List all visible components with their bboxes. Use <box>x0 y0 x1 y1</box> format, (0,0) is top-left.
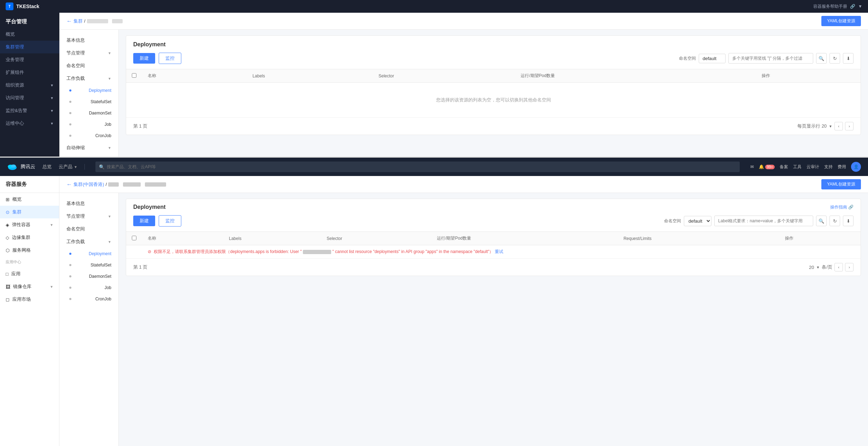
bottom-page-size-value: 20 <box>809 265 814 270</box>
bottom-download-button[interactable]: ⬇ <box>843 216 854 226</box>
col-actions: 操作 <box>756 69 861 83</box>
notification-icon[interactable]: 🔔 <box>759 164 764 169</box>
nav-job[interactable]: Job <box>59 119 118 130</box>
refresh-button[interactable]: ↻ <box>829 53 840 64</box>
bottom-nav-statefulset[interactable]: StatefulSet <box>59 259 118 271</box>
bottom-search-button[interactable]: 🔍 <box>816 216 827 226</box>
sidebar-item-overview[interactable]: 概览 <box>0 28 59 41</box>
sidebar-item-access[interactable]: 访问管理 ▼ <box>0 92 59 104</box>
nav-workload[interactable]: 工作负载 ▼ <box>59 72 118 85</box>
bottom-next-button[interactable]: › <box>845 263 854 271</box>
bottom-nav-elastic[interactable]: ◈ 弹性容器 ▼ <box>0 218 59 231</box>
help-link[interactable]: 容器服务帮助手册 <box>813 4 847 10</box>
nav-overview[interactable]: 总览 <box>42 164 52 170</box>
nav-statefulset[interactable]: StatefulSet <box>59 96 118 107</box>
topbar-search-input[interactable] <box>107 164 736 169</box>
sidebar-item-extensions[interactable]: 扩展组件 <box>0 66 59 79</box>
nav-support[interactable]: 支持 <box>824 164 833 170</box>
chevron-down-icon7: ▼ <box>108 240 111 244</box>
page-size-arrow2[interactable]: ▼ <box>816 265 820 269</box>
bottom-page-size-unit: 条/页 <box>822 264 832 270</box>
nav-deployment[interactable]: Deployment <box>59 85 118 96</box>
bottom-nav-daemonset[interactable]: DaemonSet <box>59 271 118 282</box>
dropdown-arrow[interactable]: ▼ <box>858 4 862 9</box>
back-arrow-icon[interactable]: ← <box>66 18 72 24</box>
chevron-down-icon: ▼ <box>50 96 54 100</box>
sidebar-item-cluster[interactable]: 集群管理 <box>0 41 59 53</box>
nav-audit[interactable]: 云审计 <box>807 164 819 170</box>
bottom-monitor-button[interactable]: 监控 <box>159 215 181 227</box>
bottom-new-button[interactable]: 新建 <box>133 216 155 226</box>
bottom-nav-deployment[interactable]: Deployment <box>59 248 118 259</box>
help-icon[interactable]: 🔗 <box>850 4 855 9</box>
yaml-create-button[interactable]: YAML创建资源 <box>821 16 861 26</box>
cluster-link2[interactable]: 集群(中国香港) <box>74 181 104 188</box>
bottom-namespace-selector: 命名空间 default 🔍 ↻ ⬇ <box>664 216 854 226</box>
error-message-end: " cannot list resource "deployments" in … <box>332 249 493 254</box>
nav-daemonset[interactable]: DaemonSet <box>59 107 118 119</box>
bottom-nav-edge[interactable]: ◇ 边缘集群 <box>0 231 59 244</box>
cluster-id-1 <box>108 182 119 187</box>
nav-node-mgmt[interactable]: 节点管理 ▼ <box>59 47 118 59</box>
nav-cronjob[interactable]: CronJob <box>59 130 118 141</box>
bottom-nav-image[interactable]: 🖼 镜像仓库 ▼ <box>0 280 59 293</box>
search-input[interactable] <box>728 53 813 64</box>
download-button[interactable]: ⬇ <box>843 53 854 64</box>
retry-link[interactable]: 重试 <box>495 249 503 254</box>
main-content-area: Deployment 新建 监控 命名空间 default <box>119 30 868 157</box>
bottom-page-size: 20 ▼ 条/页 ‹ › <box>809 263 854 271</box>
bottom-nav-mesh[interactable]: ⬡ 服务网格 <box>0 244 59 257</box>
next-page-button[interactable]: › <box>845 122 854 130</box>
nav-backup[interactable]: 备案 <box>780 164 788 170</box>
bottom-nav-node[interactable]: 节点管理 ▼ <box>59 210 118 223</box>
nav-tools[interactable]: 工具 <box>793 164 802 170</box>
sidebar-item-ops[interactable]: 运维中心 ▼ <box>0 117 59 130</box>
container-service-sidebar: 容器服务 ⊞ 概览 ⊙ 集群 ◈ 弹性容器 ▼ ◇ 边缘集群 ⬡ 服务网格 <box>0 176 59 446</box>
bottom-nav-market[interactable]: ◻ 应用市场 <box>0 293 59 306</box>
bottom-search-input[interactable] <box>714 216 813 226</box>
new-button[interactable]: 新建 <box>133 53 155 64</box>
user-avatar[interactable]: 👤 <box>851 162 861 172</box>
bottom-nav-basic-info[interactable]: 基本信息 <box>59 197 118 210</box>
bottom-namespace-select[interactable]: default <box>684 216 711 226</box>
nav-cost[interactable]: 费用 <box>838 164 846 170</box>
bottom-nav-overview[interactable]: ⊞ 概览 <box>0 193 59 206</box>
elastic-icon: ◈ <box>6 222 9 228</box>
sub-name <box>112 19 123 23</box>
col-name: 名称 <box>142 69 247 83</box>
sidebar-item-monitor[interactable]: 监控&告警 ▼ <box>0 104 59 117</box>
sidebar-item-business[interactable]: 业务管理 <box>0 53 59 66</box>
bottom-nav-cronjob[interactable]: CronJob <box>59 293 118 305</box>
bottom-prev-button[interactable]: ‹ <box>834 263 843 271</box>
search-button[interactable]: 🔍 <box>816 53 827 64</box>
redacted-username <box>303 250 331 254</box>
cluster-link[interactable]: 集群 <box>74 18 83 24</box>
nav-namespace[interactable]: 命名空间 <box>59 59 118 72</box>
cluster-id-3 <box>145 182 166 187</box>
bottom-nav-ns[interactable]: 命名空间 <box>59 223 118 235</box>
breadcrumb: ← 集群 / <box>66 18 123 24</box>
chevron-down-icon: ▼ <box>108 51 111 55</box>
mail-icon[interactable]: ✉ <box>750 164 754 169</box>
prev-page-button[interactable]: ‹ <box>834 122 843 130</box>
sidebar-item-org[interactable]: 组织资源 ▼ <box>0 79 59 92</box>
select-all-checkbox[interactable] <box>132 73 136 78</box>
back-arrow-icon2[interactable]: ← <box>66 181 72 188</box>
yaml-create-button-2[interactable]: YAML创建资源 <box>821 179 861 189</box>
bottom-nav-workload[interactable]: 工作负载 ▼ <box>59 235 118 248</box>
page-size-arrow[interactable]: ▼ <box>829 124 832 128</box>
bottom-nav-job[interactable]: Job <box>59 282 118 293</box>
toolbar: 新建 监控 命名空间 default 🔍 ↻ ⬇ <box>126 48 861 69</box>
op-guide-link[interactable]: 操作指南 🔗 <box>830 204 854 210</box>
bottom-page-title: Deployment <box>133 204 166 210</box>
edge-icon: ◇ <box>6 235 9 240</box>
namespace-select[interactable]: default <box>699 54 726 63</box>
nav-autoscale[interactable]: 自动伸缩 ▼ <box>59 141 118 154</box>
bottom-refresh-button[interactable]: ↻ <box>829 216 840 226</box>
bottom-nav-app[interactable]: □ 应用 <box>0 268 59 280</box>
bottom-nav-cluster[interactable]: ⊙ 集群 <box>0 206 59 218</box>
nav-products[interactable]: 云产品 <box>59 164 72 170</box>
nav-basic-info[interactable]: 基本信息 <box>59 34 118 47</box>
monitor-button[interactable]: 监控 <box>159 53 181 64</box>
bottom-select-all[interactable] <box>132 236 136 240</box>
